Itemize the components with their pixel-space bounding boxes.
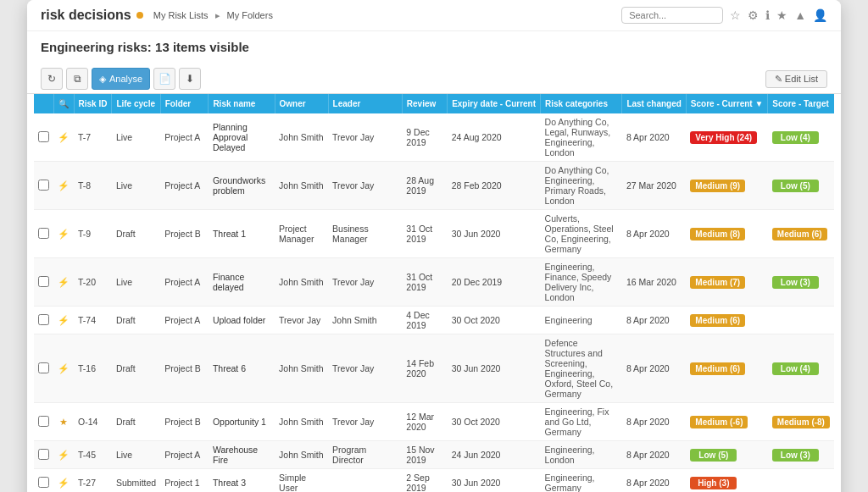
row-folder: Project B xyxy=(160,334,209,403)
analyse-icon: ◈ xyxy=(99,74,106,85)
row-checkbox[interactable] xyxy=(38,180,49,191)
row-categories: Culverts, Operations, Steel Co, Engineer… xyxy=(541,210,622,258)
row-checkbox[interactable] xyxy=(38,477,49,488)
row-score-target: Low (4) xyxy=(768,334,834,403)
top-right: ☆ ⚙ ℹ ★ ▲ 👤 xyxy=(621,7,827,24)
row-leader: Business Manager xyxy=(328,210,402,258)
header-owner[interactable]: Owner xyxy=(275,94,328,113)
header-expiry[interactable]: Expiry date - Current xyxy=(448,94,541,113)
header-folder[interactable]: Folder xyxy=(160,94,209,113)
row-checkbox[interactable] xyxy=(38,131,49,142)
row-checkbox[interactable] xyxy=(38,362,49,373)
row-checkbox[interactable] xyxy=(38,314,49,325)
star-icon: ★ xyxy=(59,417,68,427)
row-checkbox[interactable] xyxy=(38,276,49,287)
row-score-current: Medium (6) xyxy=(686,307,767,334)
row-risk-name: Groundworks problem xyxy=(209,162,275,210)
header-last-changed[interactable]: Last changed xyxy=(622,94,686,113)
lightning-icon: ⚡ xyxy=(58,132,70,142)
row-risk-name: Upload folder xyxy=(209,307,275,334)
row-score-current: Low (5) xyxy=(686,441,767,469)
row-owner: Simple User xyxy=(275,469,328,493)
row-expiry: 20 Dec 2019 xyxy=(448,258,541,307)
row-icon-cell: ⚡ xyxy=(53,441,74,469)
row-checkbox[interactable] xyxy=(38,228,49,239)
arrow-icon[interactable]: ▲ xyxy=(794,8,806,22)
row-checkbox[interactable] xyxy=(38,449,49,460)
row-risk-id: T-9 xyxy=(74,210,112,258)
lightning-icon: ⚡ xyxy=(58,180,70,191)
header-search-icon[interactable]: 🔍 xyxy=(53,94,74,113)
score-current-badge: Medium (7) xyxy=(690,276,745,289)
export-button[interactable]: ⬇ xyxy=(179,68,201,90)
row-icon-cell: ⚡ xyxy=(53,113,74,162)
refresh-button[interactable]: ↻ xyxy=(41,68,63,90)
row-risk-id: T-7 xyxy=(74,113,112,162)
nav-my-risk-lists[interactable]: My Risk Lists xyxy=(153,10,209,21)
refresh-icon[interactable]: ☆ xyxy=(730,8,741,22)
header-lifecycle[interactable]: Life cycle xyxy=(112,94,160,113)
clipboard-button[interactable]: ⧉ xyxy=(66,68,88,90)
row-checkbox-cell xyxy=(34,162,53,210)
row-folder: Project A xyxy=(160,113,209,162)
star-icon[interactable]: ★ xyxy=(776,8,787,22)
row-owner: John Smith xyxy=(275,441,328,469)
row-leader: Trevor Jay xyxy=(328,162,402,210)
header-categories[interactable]: Risk categories xyxy=(541,94,622,113)
row-expiry: 30 Jun 2020 xyxy=(448,210,541,258)
row-score-target xyxy=(768,307,834,334)
row-last-changed: 27 Mar 2020 xyxy=(622,162,686,210)
info-icon[interactable]: ℹ xyxy=(765,8,770,22)
header-score-current[interactable]: Score - Current ▼ xyxy=(686,94,767,113)
edit-list-button[interactable]: ✎ Edit List xyxy=(765,70,827,88)
nav-my-folders[interactable]: My Folders xyxy=(227,10,273,21)
settings-icon[interactable]: ⚙ xyxy=(748,8,759,22)
row-expiry: 30 Oct 2020 xyxy=(448,403,541,441)
row-folder: Project A xyxy=(160,441,209,469)
row-checkbox-cell xyxy=(34,403,53,441)
row-checkbox-cell xyxy=(34,334,53,403)
row-icon-cell: ⚡ xyxy=(53,210,74,258)
row-owner: John Smith xyxy=(275,162,328,210)
row-score-target: Medium (6) xyxy=(768,210,834,258)
row-lifecycle: Live xyxy=(112,258,160,307)
row-lifecycle: Draft xyxy=(112,334,160,403)
header-risk-id[interactable]: Risk ID xyxy=(74,94,112,113)
row-lifecycle: Submitted xyxy=(112,469,160,493)
row-risk-id: T-27 xyxy=(74,469,112,493)
header-risk-name[interactable]: Risk name xyxy=(209,94,275,113)
user-icon[interactable]: 👤 xyxy=(813,8,827,22)
row-folder: Project B xyxy=(160,210,209,258)
lightning-icon: ⚡ xyxy=(58,277,70,287)
analyse-button[interactable]: ◈ Analyse xyxy=(92,68,150,90)
row-risk-name: Finance delayed xyxy=(209,258,275,307)
lightning-icon: ⚡ xyxy=(58,229,70,239)
header-score-target[interactable]: Score - Target xyxy=(768,94,834,113)
logo-area: risk decisions My Risk Lists ▸ My Folder… xyxy=(41,8,273,23)
row-checkbox[interactable] xyxy=(38,416,49,427)
row-risk-id: T-74 xyxy=(74,307,112,334)
header-leader[interactable]: Leader xyxy=(328,94,402,113)
row-folder: Project A xyxy=(160,307,209,334)
table-body: ⚡ T-7 Live Project A Planning Approval D… xyxy=(34,113,834,492)
row-score-current: Medium (8) xyxy=(686,210,767,258)
score-current-badge: Medium (9) xyxy=(690,180,745,192)
toolbar: ↻ ⧉ ◈ Analyse 📄 ⬇ ✎ Edit List xyxy=(27,64,841,94)
row-categories: Engineering, London xyxy=(541,441,622,469)
search-input[interactable] xyxy=(621,7,723,24)
score-current-badge: Medium (6) xyxy=(690,314,745,327)
row-leader: Trevor Jay xyxy=(328,403,402,441)
row-last-changed: 8 Apr 2020 xyxy=(622,307,686,334)
lightning-icon: ⚡ xyxy=(58,478,70,488)
row-categories: Engineering, Germany xyxy=(541,469,622,493)
lightning-icon: ⚡ xyxy=(58,363,70,373)
header-review[interactable]: Review xyxy=(402,94,447,113)
table-header-row: 🔍 Risk ID Life cycle Folder Risk name Ow… xyxy=(34,94,834,113)
logo-dot xyxy=(136,12,143,19)
row-expiry: 30 Jun 2020 xyxy=(448,469,541,493)
row-expiry: 24 Jun 2020 xyxy=(448,441,541,469)
page-title: Engineering risks: 13 items visible xyxy=(41,40,827,54)
score-target-badge: Low (3) xyxy=(772,449,819,462)
nav-links: My Risk Lists ▸ My Folders xyxy=(153,10,273,21)
doc-button[interactable]: 📄 xyxy=(153,68,175,90)
